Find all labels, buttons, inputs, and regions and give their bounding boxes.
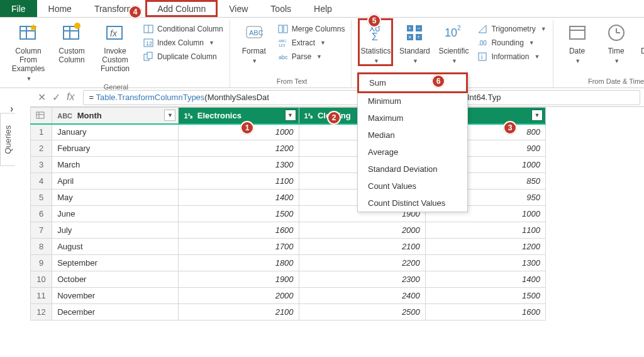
table-row[interactable]: 11November200024001500 [31, 288, 546, 304]
cell-month[interactable]: February [52, 140, 179, 157]
parse-button[interactable]: abc Parse ▼ [275, 50, 348, 63]
row-number[interactable]: 1 [31, 124, 52, 140]
cell-clothing[interactable]: 2400 [299, 288, 425, 304]
merge-columns-button[interactable]: Merge Columns [275, 23, 348, 35]
cell-electronics[interactable]: 2000 [179, 288, 299, 304]
row-number[interactable]: 9 [31, 255, 52, 271]
conditional-column-button[interactable]: Conditional Column [141, 23, 226, 35]
cell-month[interactable]: August [52, 239, 179, 255]
table-row[interactable]: 7July160020001100 [31, 222, 546, 239]
table-row[interactable]: 8August170021001200 [31, 239, 546, 255]
cell-month[interactable]: December [52, 304, 179, 320]
index-column-button[interactable]: 12 Index Column ▼ [141, 37, 226, 49]
standard-button[interactable]: +−×÷ Standard ▼ [397, 20, 432, 64]
menu-item-sum[interactable]: Sum [357, 72, 468, 93]
cell-month[interactable]: January [52, 124, 179, 140]
row-number[interactable]: 4 [31, 173, 52, 190]
column-header-month[interactable]: ABC Month ▼ [52, 108, 179, 124]
cell-decor[interactable]: 1300 [425, 255, 545, 271]
trigonometry-button[interactable]: Trigonometry ▼ [475, 23, 548, 35]
cell-month[interactable]: July [52, 222, 179, 239]
cell-month[interactable]: March [52, 157, 179, 173]
menu-home[interactable]: Home [37, 0, 83, 17]
table-row[interactable]: 5May14001800950 [31, 190, 546, 206]
information-button[interactable]: i Information ▼ [475, 50, 548, 63]
menu-item-median[interactable]: Median [358, 127, 467, 144]
cell-month[interactable]: November [52, 288, 179, 304]
menu-item-standard-deviation[interactable]: Standard Deviation [358, 161, 467, 178]
cell-electronics[interactable]: 1100 [179, 173, 299, 190]
row-number[interactable]: 8 [31, 239, 52, 255]
menu-item-count-values[interactable]: Count Values [358, 178, 467, 195]
cell-month[interactable]: September [52, 255, 179, 271]
cell-month[interactable]: May [52, 190, 179, 206]
duration-button[interactable]: Duration ▼ [638, 20, 644, 64]
cell-electronics[interactable]: 1400 [179, 190, 299, 206]
cell-month[interactable]: October [52, 271, 179, 288]
table-row[interactable]: 2February1200900 [31, 140, 546, 157]
duplicate-column-button[interactable]: Duplicate Column [141, 50, 226, 63]
cell-electronics[interactable]: 1900 [179, 271, 299, 288]
cell-decor[interactable]: 1600 [425, 304, 545, 320]
table-row[interactable]: 12December210025001600 [31, 304, 546, 320]
menu-item-maximum[interactable]: Maximum [358, 110, 467, 127]
scientific-button[interactable]: 102 Scientific ▼ [436, 20, 471, 64]
row-number[interactable]: 3 [31, 157, 52, 173]
cell-electronics[interactable]: 1700 [179, 239, 299, 255]
fx-icon[interactable]: fx [67, 91, 74, 103]
accept-formula-icon[interactable]: ✓ [52, 91, 60, 103]
row-number[interactable]: 7 [31, 222, 52, 239]
column-header-electronics[interactable]: 1²₃ Electronics ▼ [179, 108, 299, 124]
table-row[interactable]: 6June150019001000 [31, 206, 546, 222]
cell-electronics[interactable]: 1200 [179, 140, 299, 157]
invoke-custom-function-button[interactable]: fx Invoke Custom Function [93, 20, 137, 73]
filter-dropdown-icon[interactable]: ▼ [531, 110, 543, 121]
table-row[interactable]: 9September180022001300 [31, 255, 546, 271]
column-from-examples-button[interactable]: Column From Examples ▼ [6, 20, 50, 82]
row-number[interactable]: 2 [31, 140, 52, 157]
cell-electronics[interactable]: 1500 [179, 206, 299, 222]
menu-help[interactable]: Help [303, 0, 343, 17]
rounding-button[interactable]: .00 Rounding ▼ [475, 37, 548, 49]
cell-month[interactable]: June [52, 206, 179, 222]
menu-tools[interactable]: Tools [259, 0, 303, 17]
row-number[interactable]: 12 [31, 304, 52, 320]
cell-clothing[interactable]: 2200 [299, 255, 425, 271]
table-row[interactable]: 4April1100850 [31, 173, 546, 190]
cell-electronics[interactable]: 2100 [179, 304, 299, 320]
format-button[interactable]: ABC Format ▼ [236, 20, 272, 64]
extract-button[interactable]: ABC123 Extract ▼ [275, 37, 348, 49]
menu-file[interactable]: File [0, 0, 37, 17]
queries-tab[interactable]: Queries [0, 113, 15, 166]
menu-item-minimum[interactable]: Minimum [358, 93, 467, 110]
cell-month[interactable]: April [52, 173, 179, 190]
cell-electronics[interactable]: 1300 [179, 157, 299, 173]
cell-clothing[interactable]: 2000 [299, 222, 425, 239]
row-number[interactable]: 10 [31, 271, 52, 288]
cell-decor[interactable]: 1500 [425, 288, 545, 304]
cell-electronics[interactable]: 1600 [179, 222, 299, 239]
cell-decor[interactable]: 1200 [425, 239, 545, 255]
date-button[interactable]: Date ▼ [560, 20, 595, 64]
cancel-formula-icon[interactable]: ✕ [38, 91, 46, 103]
row-selector-header[interactable] [31, 108, 52, 124]
cell-clothing[interactable]: 2300 [299, 271, 425, 288]
row-number[interactable]: 5 [31, 190, 52, 206]
cell-decor[interactable]: 1400 [425, 271, 545, 288]
table-row[interactable]: 1January1000800 [31, 124, 546, 140]
filter-dropdown-icon[interactable]: ▼ [164, 110, 175, 121]
cell-electronics[interactable]: 1000 [179, 124, 299, 140]
menu-item-average[interactable]: Average [358, 144, 467, 161]
filter-dropdown-icon[interactable]: ▼ [285, 110, 296, 121]
cell-electronics[interactable]: 1800 [179, 255, 299, 271]
menu-item-count-distinct-values[interactable]: Count Distinct Values [358, 195, 467, 212]
menu-add-column[interactable]: Add Column [145, 0, 218, 17]
cell-decor[interactable]: 1100 [425, 222, 545, 239]
row-number[interactable]: 11 [31, 288, 52, 304]
table-row[interactable]: 10October190023001400 [31, 271, 546, 288]
menu-view[interactable]: View [218, 0, 259, 17]
cell-clothing[interactable]: 2100 [299, 239, 425, 255]
table-row[interactable]: 3March13001000 [31, 157, 546, 173]
row-number[interactable]: 6 [31, 206, 52, 222]
cell-clothing[interactable]: 2500 [299, 304, 425, 320]
